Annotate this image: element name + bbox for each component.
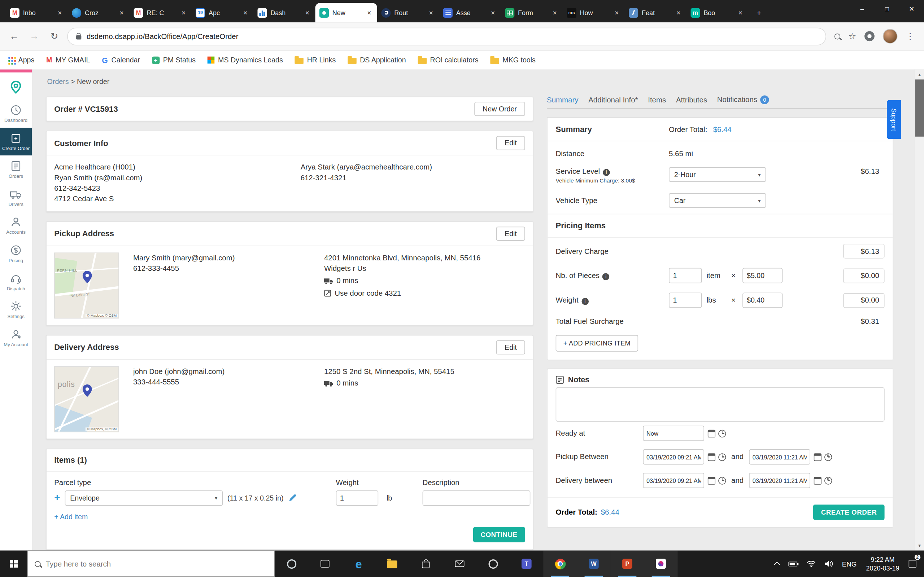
scroll-down-arrow[interactable]: ▼ (918, 541, 921, 551)
tab-attributes[interactable]: Attributes (676, 95, 707, 104)
clock-icon[interactable] (718, 453, 726, 461)
tab-close-icon[interactable]: ✕ (180, 10, 187, 16)
tray-chevron-button[interactable] (770, 551, 784, 577)
store-button[interactable] (409, 551, 443, 577)
clock-icon[interactable] (824, 453, 832, 461)
browser-tab[interactable]: Croz ✕ (68, 3, 129, 23)
mail-button[interactable] (443, 551, 476, 577)
ready-at-input[interactable] (643, 425, 704, 441)
bookmark-calendar[interactable]: GCalendar (102, 56, 140, 64)
bookmark-ms-dynamics[interactable]: MS Dynamics Leads (208, 56, 283, 64)
tab-additional-info[interactable]: Additional Info* (588, 95, 638, 104)
capture-app-button[interactable] (476, 551, 510, 577)
delivery-from-input[interactable] (643, 473, 704, 488)
bookmark-mkg-tools[interactable]: MKG tools (490, 56, 536, 64)
edge-button[interactable]: e (342, 551, 375, 577)
bookmark-roi-calculators[interactable]: ROI calculators (418, 56, 478, 64)
clock-icon[interactable] (718, 477, 726, 484)
forward-button[interactable]: → (27, 31, 41, 42)
extension-icon[interactable] (864, 31, 874, 42)
tab-close-icon[interactable]: ✕ (737, 10, 744, 16)
browser-tab[interactable]: m Boo ✕ (687, 3, 748, 23)
info-icon[interactable] (603, 273, 610, 280)
description-input[interactable] (423, 490, 531, 505)
calendar-icon[interactable] (708, 477, 716, 484)
tab-close-icon[interactable]: ✕ (613, 10, 620, 16)
tab-close-icon[interactable]: ✕ (304, 10, 311, 16)
bookmark-pm-status[interactable]: PM Status (152, 56, 195, 64)
edit-delivery-button[interactable]: Edit (496, 340, 525, 354)
tab-close-icon[interactable]: ✕ (551, 10, 559, 16)
delivery-map[interactable]: polis © Mapbox, © OSM (54, 366, 119, 432)
sidebar-item-drivers[interactable]: Drivers (0, 184, 32, 212)
new-order-button[interactable]: New Order (474, 102, 525, 116)
add-parcel-icon[interactable]: + (54, 492, 60, 504)
browser-tab[interactable]: Dash ✕ (254, 3, 315, 23)
sidebar-item-orders[interactable]: Orders (0, 155, 32, 184)
sidebar-item-settings[interactable]: Settings (0, 296, 32, 324)
profile-avatar[interactable] (883, 29, 898, 44)
continue-button[interactable]: CONTINUE (473, 527, 525, 542)
reload-button[interactable]: ↻ (47, 31, 61, 42)
edit-parcel-icon[interactable] (288, 493, 297, 502)
support-tab[interactable]: Support (887, 100, 901, 139)
powerpoint-button[interactable]: P (611, 551, 644, 577)
sidebar-item-accounts[interactable]: Accounts (0, 212, 32, 240)
bookmark-hr-links[interactable]: HR Links (294, 56, 336, 64)
volume-button[interactable] (820, 551, 837, 577)
browser-tab[interactable]: Form ✕ (501, 3, 563, 23)
breadcrumb-orders-link[interactable]: Orders (47, 78, 69, 86)
delivery-to-input[interactable] (749, 473, 810, 488)
taskbar-search-input[interactable] (46, 560, 267, 568)
clock-icon[interactable] (718, 429, 726, 437)
pickup-map[interactable]: FERN HILL W Lake St © Mapbox, © OSM (54, 253, 119, 318)
paint3d-button[interactable] (644, 551, 677, 577)
close-window-button[interactable]: ✕ (899, 0, 924, 18)
network-button[interactable] (802, 551, 821, 577)
browser-tab[interactable]: 19 Apc ✕ (192, 3, 254, 23)
tab-close-icon[interactable]: ✕ (56, 10, 63, 16)
sidebar-item-dispatch[interactable]: Dispatch (0, 268, 32, 296)
weight-input[interactable] (336, 490, 379, 505)
pickup-to-input[interactable] (749, 449, 810, 464)
pieces-input[interactable] (669, 268, 702, 283)
notes-textarea[interactable] (556, 387, 885, 422)
file-explorer-button[interactable] (375, 551, 409, 577)
task-view-button[interactable] (308, 551, 342, 577)
browser-tab[interactable]: M Inbo ✕ (6, 3, 68, 23)
vehicle-type-select[interactable]: Car ▾ (669, 193, 766, 208)
tab-summary[interactable]: Summary (547, 95, 578, 104)
tab-close-icon[interactable]: ✕ (365, 10, 373, 16)
sidebar-item-create-order[interactable]: Create Order (0, 128, 32, 156)
language-button[interactable]: ENG (837, 551, 861, 577)
word-button[interactable]: W (577, 551, 611, 577)
action-center-button[interactable]: 2 (904, 551, 921, 577)
browser-tab[interactable]: Feat ✕ (625, 3, 687, 23)
bookmark-my-gmail[interactable]: MMY GMAIL (46, 56, 90, 64)
bookmark-apps[interactable]: Apps (8, 56, 34, 64)
start-button[interactable] (0, 551, 27, 577)
weight-pricing-input[interactable] (669, 292, 702, 308)
teams-button[interactable]: T (510, 551, 543, 577)
new-tab-button[interactable]: + (751, 5, 767, 20)
browser-menu-icon[interactable]: ⋮ (906, 31, 914, 42)
maximize-button[interactable]: □ (874, 0, 900, 18)
tab-close-icon[interactable]: ✕ (675, 10, 682, 16)
scrollbar-thumb[interactable] (915, 79, 924, 136)
info-icon[interactable] (603, 169, 610, 176)
app-logo[interactable] (8, 73, 23, 100)
info-icon[interactable] (582, 298, 589, 305)
search-icon[interactable] (834, 33, 840, 39)
tab-close-icon[interactable]: ✕ (241, 10, 249, 16)
calendar-icon[interactable] (708, 453, 716, 461)
tab-close-icon[interactable]: ✕ (427, 10, 435, 16)
weight-rate-input[interactable] (743, 292, 783, 308)
tab-items[interactable]: Items (648, 95, 666, 104)
tab-close-icon[interactable]: ✕ (118, 10, 126, 16)
bookmark-ds-application[interactable]: DS Application (347, 56, 406, 64)
pickup-from-input[interactable] (643, 449, 704, 464)
calendar-icon[interactable] (814, 477, 821, 484)
bookmark-star-icon[interactable]: ☆ (848, 31, 856, 42)
browser-tab[interactable]: M RE: C ✕ (129, 3, 191, 23)
sidebar-item-dashboard[interactable]: Dashboard (0, 100, 32, 128)
